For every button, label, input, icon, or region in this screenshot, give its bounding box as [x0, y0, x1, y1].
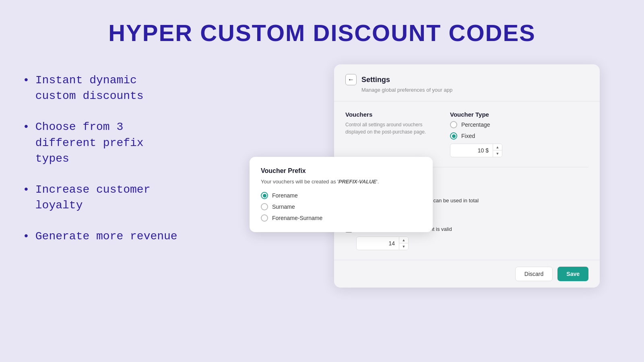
- radio-circle-percentage: [450, 121, 457, 128]
- radio-label-surname: Surname: [272, 204, 295, 210]
- limit-days-stepper: ▲ ▼: [399, 237, 408, 250]
- settings-title: Settings: [361, 76, 390, 84]
- prefix-title: Voucher Prefix: [261, 167, 421, 175]
- bullet-dot-2: •: [24, 120, 28, 133]
- vouchers-section: Vouchers Control all settings around vou…: [345, 111, 434, 157]
- radio-label-fixed: Fixed: [461, 133, 475, 139]
- bullet-item-2: • Choose from 3different prefixtypes: [24, 119, 233, 167]
- voucher-value-display[interactable]: 10 $: [450, 145, 493, 156]
- radio-circle-forename-surname: [261, 214, 268, 222]
- limit-days-value[interactable]: 14: [357, 238, 399, 249]
- prefix-desc-after: '.: [376, 179, 379, 185]
- settings-header: ← Settings Manage global preferences of …: [334, 64, 600, 101]
- bullet-text-4: Generate more revenue: [35, 228, 178, 244]
- left-panel: • Instant dynamiccustom discounts • Choo…: [24, 72, 233, 260]
- voucher-value-down[interactable]: ▼: [493, 150, 502, 157]
- back-button[interactable]: ←: [345, 74, 357, 85]
- prefix-description: Your vouchers will be created as 'PREFIX…: [261, 179, 421, 185]
- voucher-value-stepper: ▲ ▼: [493, 144, 502, 157]
- radio-label-forename: Forename: [272, 192, 298, 199]
- radio-circle-forename: [261, 192, 268, 199]
- prefix-radio-group: Forename Surname Forename-Surname: [261, 192, 421, 222]
- voucher-value-up[interactable]: ▲: [493, 144, 502, 150]
- voucher-type-title: Voucher Type: [450, 111, 588, 118]
- vouchers-section-desc: Control all settings around vouchers dis…: [345, 121, 434, 136]
- bullet-text-2: Choose from 3different prefixtypes: [35, 119, 144, 167]
- radio-forename[interactable]: Forename: [261, 192, 421, 199]
- bullet-dot-3: •: [24, 183, 28, 195]
- discard-button[interactable]: Discard: [515, 267, 553, 281]
- radio-label-forename-surname: Forename-Surname: [272, 215, 322, 221]
- settings-subtitle: Manage global preferences of your app: [361, 87, 588, 93]
- radio-surname[interactable]: Surname: [261, 203, 421, 210]
- limit-days-down[interactable]: ▼: [399, 243, 408, 250]
- bullet-item-3: • Increase customerloyalty: [24, 182, 233, 213]
- save-button[interactable]: Save: [557, 267, 588, 281]
- prefix-desc-italic: PREFIX-VALUE: [339, 179, 376, 185]
- radio-fixed[interactable]: Fixed: [450, 132, 588, 140]
- bullet-dot-1: •: [24, 73, 28, 86]
- voucher-prefix-card: Voucher Prefix Your vouchers will be cre…: [250, 157, 433, 232]
- bullet-item-4: • Generate more revenue: [24, 228, 233, 244]
- voucher-value-input-row: 10 $ ▲ ▼: [450, 144, 502, 157]
- radio-label-percentage: Percentage: [461, 121, 490, 128]
- prefix-desc-before: Your vouchers will be created as ': [261, 179, 339, 185]
- limit-days-input-row: 14 ▲ ▼: [356, 237, 409, 250]
- footer-buttons: Discard Save: [334, 260, 600, 288]
- radio-circle-surname: [261, 203, 268, 210]
- bullet-text-3: Increase customerloyalty: [35, 182, 151, 213]
- bullet-text-1: Instant dynamiccustom discounts: [35, 72, 144, 104]
- voucher-type-radio-group: Percentage Fixed: [450, 121, 588, 140]
- back-icon: ←: [348, 76, 354, 83]
- vouchers-section-title: Vouchers: [345, 111, 434, 118]
- bullet-dot-4: •: [24, 229, 28, 242]
- voucher-type-section: Voucher Type Percentage Fixed 10 $ ▲ ▼: [450, 111, 588, 157]
- bullet-item-1: • Instant dynamiccustom discounts: [24, 72, 233, 104]
- limit-days-up[interactable]: ▲: [399, 237, 408, 243]
- radio-percentage[interactable]: Percentage: [450, 121, 588, 128]
- page-title: HYPER CUSTOM DISCOUNT CODES: [0, 0, 644, 58]
- radio-circle-fixed: [450, 132, 457, 140]
- radio-forename-surname[interactable]: Forename-Surname: [261, 214, 421, 222]
